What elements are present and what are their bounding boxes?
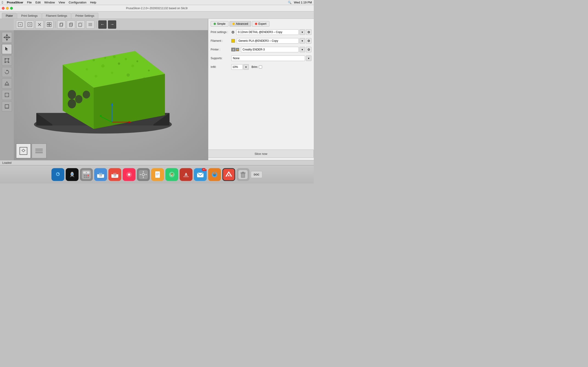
svg-rect-69 [20, 147, 27, 155]
undo-button[interactable]: ← [98, 20, 107, 29]
svg-point-54 [95, 75, 97, 77]
tab-printer-settings[interactable]: Printer Settings [71, 13, 98, 19]
tab-filament-settings[interactable]: Filament Settings [42, 13, 71, 19]
printer-input[interactable] [241, 47, 299, 52]
supports-label: Supports: [211, 57, 231, 60]
menu-configuration[interactable]: Configuration [69, 1, 86, 4]
svg-point-53 [148, 69, 150, 71]
paste-button[interactable] [67, 20, 75, 29]
infill-brim-wrap: ▼ Brim: [231, 64, 262, 70]
printer-input-wrap: 🖨 🔒 ▼ ⚙ [231, 47, 311, 52]
flatten-tool[interactable] [2, 78, 12, 89]
scale-tool[interactable] [2, 56, 12, 66]
printer-label: Printer : [211, 48, 231, 51]
advanced-mode-button[interactable]: Advanced [229, 21, 251, 27]
mail-badge: 317 [202, 168, 207, 171]
clone-button[interactable] [77, 20, 85, 29]
filament-gear[interactable]: ⚙ [306, 38, 311, 44]
add-object-button[interactable]: + [16, 20, 24, 29]
infill-label: Infill: [211, 65, 231, 69]
close-button[interactable] [2, 7, 5, 10]
rotate-tool[interactable] [2, 67, 12, 77]
move-tool[interactable] [2, 32, 12, 43]
dock-pdf[interactable]: A [180, 168, 192, 181]
svg-point-55 [111, 72, 113, 74]
spotlight-icon[interactable]: 🔍 [288, 1, 292, 4]
dock-doc[interactable]: DOC [251, 171, 262, 178]
cut-tool[interactable] [2, 90, 12, 100]
arrange-button[interactable] [45, 20, 53, 29]
svg-rect-112 [143, 176, 144, 178]
delete-button[interactable] [35, 20, 44, 29]
print-settings-input-wrap: ⚙ ▼ ⚙ [231, 29, 311, 35]
viewport[interactable] [14, 19, 208, 160]
status-bar: Loaded [0, 160, 314, 165]
infill-dropdown[interactable]: ▼ [243, 64, 249, 70]
dock-system-pref[interactable] [137, 168, 150, 181]
svg-point-46 [113, 55, 116, 58]
svg-point-57 [143, 77, 145, 80]
filament-input[interactable] [237, 38, 299, 44]
dock-calendar[interactable]: APR15 [108, 168, 121, 181]
dock-finder[interactable] [52, 168, 64, 181]
dock-calendar-alt[interactable]: APR15 [94, 168, 107, 181]
dock-mail[interactable]: 317 [194, 168, 207, 181]
svg-point-56 [127, 73, 130, 77]
minimize-button[interactable] [6, 7, 9, 10]
svg-point-48 [137, 60, 138, 62]
layer-view-button[interactable] [32, 144, 46, 158]
apple-menu[interactable]:  [2, 0, 3, 5]
menu-view[interactable]: View [59, 1, 65, 4]
menu-edit[interactable]: Edit [35, 1, 40, 4]
dock-firefox[interactable] [208, 168, 221, 181]
svg-marker-23 [8, 36, 10, 39]
printer-gear[interactable]: ⚙ [306, 47, 311, 52]
svg-point-45 [104, 57, 106, 59]
printer-dropdown[interactable]: ▼ [300, 47, 305, 52]
left-toolbar [0, 30, 14, 160]
advanced-dot [233, 23, 235, 25]
dock-rocket[interactable] [66, 168, 78, 181]
print-settings-gear[interactable]: ⚙ [306, 29, 311, 35]
print-settings-input[interactable] [236, 29, 299, 35]
tab-print-settings[interactable]: Print Settings [17, 13, 41, 19]
maximize-button[interactable] [10, 7, 13, 10]
dock-trash[interactable] [237, 168, 250, 181]
dock-photos[interactable]: 🌴 [165, 168, 178, 181]
infill-input[interactable] [231, 64, 243, 70]
dock-prusa[interactable] [222, 168, 235, 181]
layers-button[interactable] [86, 20, 95, 29]
simple-mode-button[interactable]: Simple [211, 21, 229, 27]
dock-music[interactable]: ♪ [123, 168, 136, 181]
svg-point-90 [87, 175, 89, 176]
window-controls [2, 7, 13, 10]
add-shape-button[interactable] [26, 20, 34, 29]
brim-checkbox[interactable] [259, 65, 262, 69]
expert-mode-button[interactable]: Expert [252, 21, 269, 27]
svg-rect-12 [69, 23, 72, 27]
svg-text:15: 15 [99, 174, 102, 177]
view-bottom-tool[interactable] [2, 101, 12, 111]
supports-input[interactable] [231, 56, 305, 61]
menu-window[interactable]: Window [44, 1, 55, 4]
copy-button[interactable] [57, 20, 65, 29]
select-tool[interactable] [2, 44, 12, 54]
supports-dropdown[interactable]: ▼ [306, 56, 311, 61]
svg-point-61 [75, 95, 82, 103]
title-bar: PrusaSlicer-2.2.0+-202003211132 based on… [0, 5, 314, 11]
tab-plater[interactable]: Plater [2, 13, 17, 19]
dock-pages[interactable] [151, 168, 164, 181]
print-settings-dropdown[interactable]: ▼ [300, 29, 305, 35]
svg-point-93 [87, 177, 89, 178]
svg-rect-114 [145, 174, 147, 175]
dock-calculator[interactable]: 0 [80, 168, 93, 181]
3d-view-button[interactable] [16, 144, 31, 158]
menu-file[interactable]: File [27, 1, 32, 4]
slice-button[interactable]: Slice now [208, 150, 314, 158]
svg-rect-113 [140, 174, 141, 175]
menu-help[interactable]: Help [90, 1, 96, 4]
filament-dropdown[interactable]: ▼ [300, 38, 305, 44]
toolbar-divider-1 [55, 21, 55, 28]
print-settings-label: Print settings : [211, 31, 231, 34]
redo-button[interactable]: → [108, 20, 116, 29]
